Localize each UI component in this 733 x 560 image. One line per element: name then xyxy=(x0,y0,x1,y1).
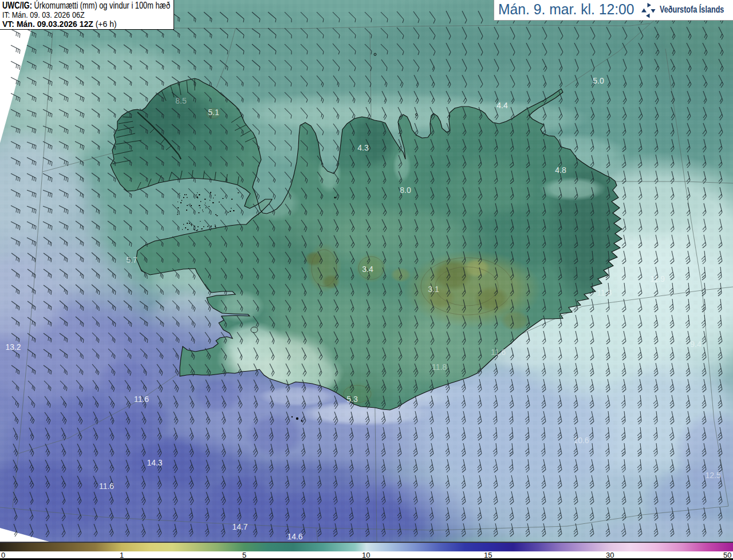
svg-text:8.5: 8.5 xyxy=(175,96,187,105)
svg-text:11.6: 11.6 xyxy=(491,348,506,357)
svg-text:8.0: 8.0 xyxy=(400,186,411,195)
svg-text:4.8: 4.8 xyxy=(555,165,566,175)
svg-text:4.3: 4.3 xyxy=(357,143,369,152)
svg-text:11.8: 11.8 xyxy=(432,362,447,372)
svg-text:11.6: 11.6 xyxy=(134,395,149,404)
svg-text:14.3: 14.3 xyxy=(147,458,162,467)
svg-text:11.9: 11.9 xyxy=(650,274,665,283)
svg-text:5.3: 5.3 xyxy=(346,395,358,404)
svg-text:4.4: 4.4 xyxy=(496,101,508,110)
svg-text:13.2: 13.2 xyxy=(5,342,21,352)
svg-text:12.5: 12.5 xyxy=(705,471,720,480)
svg-text:3.1: 3.1 xyxy=(428,285,439,294)
svg-text:3.4: 3.4 xyxy=(362,265,373,274)
svg-text:11.6: 11.6 xyxy=(99,482,114,491)
svg-text:5.7: 5.7 xyxy=(126,255,137,265)
svg-text:9.4: 9.4 xyxy=(690,340,702,349)
svg-text:11.8: 11.8 xyxy=(597,288,612,297)
svg-text:10.6: 10.6 xyxy=(573,436,589,445)
svg-text:5.0: 5.0 xyxy=(593,76,604,85)
svg-text:14.7: 14.7 xyxy=(232,522,247,531)
svg-text:5.1: 5.1 xyxy=(208,108,219,117)
svg-text:14.6: 14.6 xyxy=(287,532,302,541)
